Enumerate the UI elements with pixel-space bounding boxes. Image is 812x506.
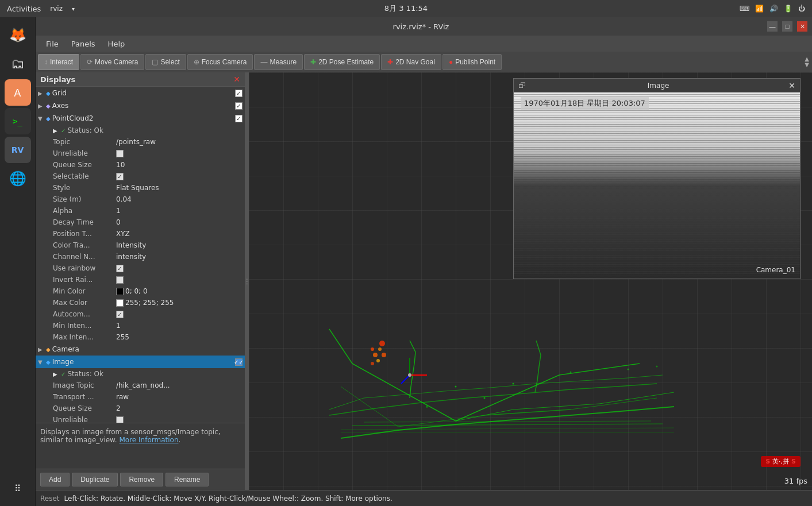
pc-unreliable-check[interactable] [116, 150, 124, 157]
camera-item[interactable]: ▶ ◆ Camera [36, 343, 245, 356]
more-info-link[interactable]: More Information [119, 436, 178, 444]
pc-channel-row[interactable]: Channel N... intensity [36, 251, 245, 262]
image-expand[interactable]: ▼ [38, 359, 46, 365]
pc-style-row[interactable]: Style Flat Squares [36, 182, 245, 194]
sidebar-buttons: Add Duplicate Remove Rename [36, 469, 245, 490]
pc-alpha-row[interactable]: Alpha 1 [36, 205, 245, 217]
interact-button[interactable]: ↕ Interact [38, 54, 79, 70]
activities-button[interactable]: Activities [7, 5, 41, 13]
dock-files[interactable]: 🗂 [5, 51, 31, 77]
add-button[interactable]: Add [40, 473, 70, 486]
system-bar: Activities rviz ▾ 8月 3 11:54 ⌨ 📶 🔊 🔋 ⏻ [0, 0, 812, 17]
toolbar-scroll-arrows[interactable]: ▲ ▼ [804, 56, 810, 68]
dock-terminal[interactable]: >_ [5, 108, 31, 134]
pc-colortrans-row[interactable]: Color Tra... Intensity [36, 240, 245, 251]
svg-point-14 [379, 341, 385, 346]
menu-help[interactable]: Help [102, 38, 131, 50]
svg-point-13 [378, 347, 382, 351]
axes-checkbox[interactable] [235, 102, 243, 110]
pc-selectable-row[interactable]: Selectable ✓ [36, 171, 245, 182]
pc-topic-row[interactable]: Topic /points_raw [36, 136, 245, 148]
csdn-text: 英·,拼 [772, 457, 789, 466]
pc-size-row[interactable]: Size (m) 0.04 [36, 194, 245, 205]
sidebar-header: Displays ✕ [36, 72, 245, 87]
viewport[interactable]: 🗗 Image ✕ 1970年01月18日 星期日 20:03:07 Camer… [249, 72, 812, 490]
svg-line-10 [571, 398, 657, 410]
img-topic-row[interactable]: Image Topic /hik_cam_nod... [36, 380, 245, 391]
measure-button[interactable]: — Measure [254, 54, 303, 70]
sidebar-scroll[interactable]: ▶ ◆ Grid ▶ ◆ Axes ▼ ◆ [36, 87, 245, 423]
focus-camera-button[interactable]: ⊕ Focus Camera [187, 54, 253, 70]
volume-icon: 🔊 [769, 5, 778, 13]
dock-appstore[interactable]: A [5, 79, 31, 106]
pointcloud2-expand[interactable]: ▼ [38, 115, 46, 122]
img-unreliable-row[interactable]: Unreliable [36, 414, 245, 423]
image-label: Image [52, 358, 235, 366]
pc-mincolor-row[interactable]: Min Color 0; 0; 0 [36, 285, 245, 297]
app-chevron[interactable]: ▾ [72, 6, 75, 12]
menu-file[interactable]: File [40, 38, 64, 50]
camera-label: Camera_01 [756, 266, 795, 274]
pc-invert-row[interactable]: Invert Rai... [36, 274, 245, 285]
maximize-button[interactable]: □ [782, 21, 792, 32]
camera-expand[interactable]: ▶ [38, 346, 46, 353]
dock-rviz[interactable]: RV [5, 137, 31, 163]
close-button[interactable]: ✕ [797, 21, 807, 32]
toolbar: ↕ Interact ⟳ Move Camera ▢ Select ⊕ Focu… [36, 52, 812, 72]
publish-point-button[interactable]: ● Publish Point [442, 54, 502, 70]
remove-button[interactable]: Remove [120, 473, 163, 486]
publish-icon: ● [449, 58, 453, 66]
dock-firefox[interactable]: 🦊 [5, 22, 31, 48]
pc-unreliable-row[interactable]: Unreliable [36, 148, 245, 159]
move-camera-button[interactable]: ⟳ Move Camera [80, 54, 144, 70]
dock-browser[interactable]: 🌐 [5, 165, 31, 192]
interact-icon: ↕ [44, 58, 48, 66]
pc-autocom-row[interactable]: Autocom... ✓ [36, 308, 245, 320]
svg-point-17 [371, 362, 374, 365]
svg-line-1 [329, 329, 352, 364]
select-button[interactable]: ▢ Select [145, 54, 186, 70]
nav-goal-button[interactable]: ✚ 2D Nav Goal [381, 54, 441, 70]
sidebar-close[interactable]: ✕ [233, 75, 240, 84]
pc-minintens-row[interactable]: Min Inten... 1 [36, 320, 245, 331]
power-icon: ⏻ [798, 5, 805, 13]
pointcloud2-checkbox[interactable] [235, 115, 243, 122]
image-checkbox[interactable]: ✓ [235, 358, 243, 366]
grid-item[interactable]: ▶ ◆ Grid [36, 87, 245, 99]
image-item[interactable]: ▼ ◆ Image ✓ [36, 356, 245, 368]
img-transport-row[interactable]: Transport ... raw [36, 391, 245, 403]
pose-estimate-button[interactable]: ✚ 2D Pose Estimate [304, 54, 380, 70]
duplicate-button[interactable]: Duplicate [72, 473, 118, 486]
img-queuesize-row[interactable]: Queue Size 2 [36, 403, 245, 414]
menu-panels[interactable]: Panels [66, 38, 101, 50]
pc-selectable-check[interactable]: ✓ [116, 173, 124, 180]
svg-point-28 [656, 366, 658, 368]
pc-decay-row[interactable]: Decay Time 0 [36, 217, 245, 228]
pc-position-row[interactable]: Position T... XYZ [36, 228, 245, 240]
pc-queuesize-row[interactable]: Queue Size 10 [36, 159, 245, 171]
csdn-badge: S 英·,拼 S [761, 456, 801, 467]
pc-rainbow-row[interactable]: Use rainbow ✓ [36, 262, 245, 274]
image-panel-close[interactable]: ✕ [788, 81, 795, 90]
nav-icon: ✚ [387, 58, 393, 66]
minimize-button[interactable]: — [767, 21, 778, 32]
pc-maxintens-row[interactable]: Max Inten... 255 [36, 331, 245, 343]
img-status-row: ▶ ✓ Status: Ok [36, 368, 245, 380]
axes-item[interactable]: ▶ ◆ Axes [36, 99, 245, 112]
grid-expand[interactable]: ▶ [38, 90, 46, 96]
image-bullet: ◆ [46, 359, 51, 365]
grid-checkbox[interactable] [235, 90, 243, 97]
svg-point-22 [455, 386, 457, 388]
main-content: Displays ✕ ▶ ◆ Grid ▶ ◆ Axes [36, 72, 812, 490]
reset-button[interactable]: Reset [40, 495, 60, 503]
svg-line-0 [352, 364, 456, 421]
svg-line-19 [341, 428, 674, 430]
rename-button[interactable]: Rename [166, 473, 209, 486]
image-panel[interactable]: 🗗 Image ✕ 1970年01月18日 星期日 20:03:07 Camer… [513, 78, 801, 279]
axes-expand[interactable]: ▶ [38, 103, 46, 109]
dock-apps-grid[interactable]: ⠿ [5, 475, 31, 501]
svg-point-23 [513, 383, 514, 385]
pointcloud2-item[interactable]: ▼ ◆ PointCloud2 [36, 112, 245, 125]
pc-maxcolor-row[interactable]: Max Color 255; 255; 255 [36, 297, 245, 308]
pc-status-row: ▶ ✓ Status: Ok [36, 125, 245, 136]
